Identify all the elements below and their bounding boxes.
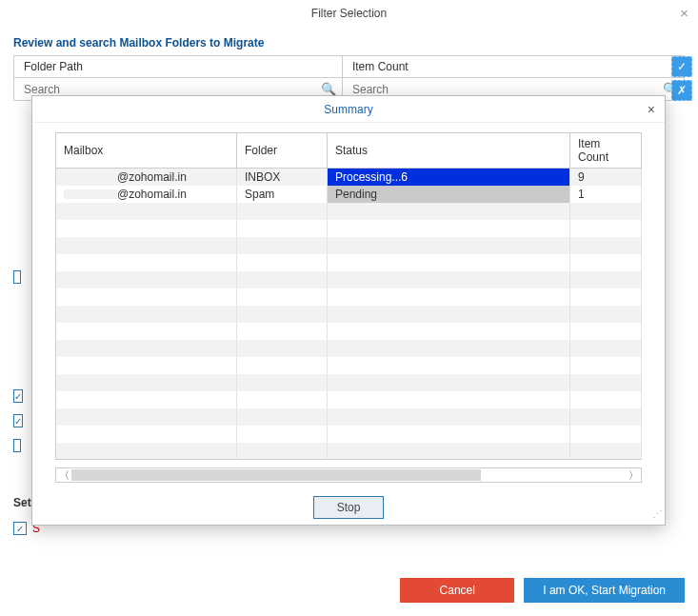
table-row[interactable]: [56, 443, 642, 460]
resize-grip-icon[interactable]: ⋰: [652, 508, 661, 521]
status-text: Pending: [328, 186, 570, 203]
redacted: [64, 173, 117, 183]
table-row[interactable]: [56, 220, 642, 237]
table-row[interactable]: [56, 271, 642, 288]
col-status[interactable]: Status: [328, 133, 570, 169]
close-icon[interactable]: ×: [680, 5, 688, 21]
table-row[interactable]: [56, 237, 642, 254]
table-row[interactable]: [56, 203, 642, 220]
select-all-icon[interactable]: ✓: [671, 56, 692, 77]
table-row[interactable]: @zohomail.inSpamPending1: [56, 186, 642, 203]
item-count-text: 1: [570, 186, 642, 203]
table-row[interactable]: [56, 323, 642, 340]
col-folder-path[interactable]: Folder Path: [14, 56, 343, 78]
summary-table: Mailbox Folder Status Item Count @zohoma…: [55, 132, 642, 460]
table-row[interactable]: [56, 426, 642, 443]
stop-button[interactable]: Stop: [313, 496, 384, 519]
table-row[interactable]: [56, 408, 642, 426]
checkbox-d[interactable]: [13, 270, 21, 284]
checkbox-s[interactable]: [13, 439, 21, 452]
scroll-left-icon[interactable]: 〈: [56, 468, 71, 482]
checkbox-e2[interactable]: [13, 414, 23, 427]
table-row[interactable]: [56, 254, 642, 271]
col-item-count[interactable]: Item Count: [570, 133, 642, 169]
table-row[interactable]: [56, 288, 642, 306]
scroll-thumb[interactable]: [71, 469, 481, 481]
start-migration-button[interactable]: I am OK, Start Migration: [524, 578, 685, 603]
horizontal-scrollbar[interactable]: 〈 〉: [55, 467, 642, 483]
table-row[interactable]: [56, 374, 642, 391]
table-row[interactable]: [56, 357, 642, 374]
checkbox-e1[interactable]: [13, 389, 23, 403]
redacted: [64, 189, 117, 199]
status-text: Processing...6: [328, 169, 570, 186]
col-mailbox[interactable]: Mailbox: [56, 133, 237, 169]
cancel-button[interactable]: Cancel: [400, 578, 514, 603]
table-row[interactable]: @zohomail.inINBOXProcessing...69: [56, 169, 642, 186]
col-folder[interactable]: Folder: [237, 133, 328, 169]
window-title: Filter Selection: [311, 7, 387, 20]
checkbox-s2[interactable]: [13, 522, 27, 535]
search-icon[interactable]: 🔍: [321, 82, 336, 96]
mailbox-text: @zohomail.in: [117, 170, 187, 184]
table-row[interactable]: [56, 306, 642, 323]
folder-text: Spam: [237, 186, 328, 203]
dialog-close-icon[interactable]: ×: [648, 102, 655, 117]
filter-table: Folder Path Item Count 🔍 🔍: [13, 55, 685, 101]
mailbox-text: @zohomail.in: [117, 188, 187, 201]
deselect-all-icon[interactable]: ✗: [671, 80, 692, 101]
dialog-title: Summary: [324, 103, 372, 116]
table-row[interactable]: [56, 391, 642, 408]
folder-text: INBOX: [237, 169, 328, 186]
table-row[interactable]: [56, 340, 642, 357]
col-item-count[interactable]: Item Count: [342, 56, 684, 78]
scroll-right-icon[interactable]: 〉: [626, 468, 641, 482]
summary-dialog: Summary × Mailbox Folder Status Item Cou…: [31, 95, 666, 526]
section-heading: Review and search Mailbox Folders to Mig…: [0, 27, 698, 55]
set-label: Set o: [13, 496, 32, 509]
item-count-text: 9: [570, 169, 642, 186]
